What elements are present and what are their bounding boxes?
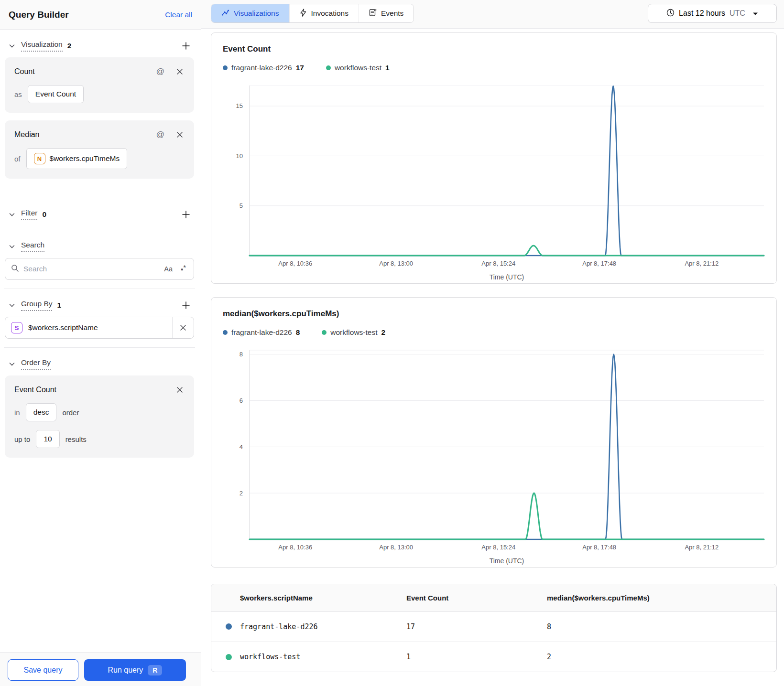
median-cpu-chart-card: median($workers.cpuTimeMs) fragrant-lake… bbox=[211, 297, 777, 568]
column-header: $workers.scriptName bbox=[240, 594, 406, 602]
chevron-down-icon[interactable] bbox=[8, 360, 16, 368]
close-icon[interactable] bbox=[175, 385, 185, 395]
tab-visualizations[interactable]: Visualizations bbox=[211, 4, 289, 22]
lightning-icon bbox=[300, 9, 307, 19]
chevron-down-icon[interactable] bbox=[8, 210, 16, 219]
page-title: Query Builder bbox=[9, 10, 69, 20]
add-group-by-button[interactable] bbox=[181, 300, 191, 311]
table-row: workflows-test 1 2 bbox=[211, 642, 776, 672]
chart-title: Event Count bbox=[223, 44, 765, 54]
filter-count: 0 bbox=[42, 210, 46, 219]
of-label: of bbox=[14, 155, 21, 163]
sidebar-header: Query Builder Clear all bbox=[0, 0, 201, 30]
svg-text:8: 8 bbox=[240, 351, 243, 358]
group-by-section-label: Group By bbox=[21, 300, 52, 311]
add-filter-button[interactable] bbox=[181, 209, 191, 220]
svg-text:Apr 8, 13:00: Apr 8, 13:00 bbox=[379, 260, 413, 267]
tab-invocations[interactable]: Invocations bbox=[289, 4, 359, 22]
order-by-field-label: Event Count bbox=[14, 386, 56, 394]
group-by-count: 1 bbox=[57, 301, 61, 310]
case-sensitive-toggle[interactable]: Aa bbox=[162, 265, 174, 273]
main-body: Event Count fragrant-lake-d226 17 workfl… bbox=[201, 29, 784, 672]
tab-events[interactable]: Events bbox=[359, 4, 414, 22]
event-count-cell: 17 bbox=[406, 622, 547, 631]
search-input[interactable] bbox=[23, 265, 158, 273]
svg-text:Apr 8, 15:24: Apr 8, 15:24 bbox=[481, 544, 515, 551]
svg-text:Apr 8, 15:24: Apr 8, 15:24 bbox=[481, 260, 515, 267]
group-by-section: Group By 1 S $workers.scriptName bbox=[4, 289, 195, 348]
as-label: as bbox=[14, 90, 22, 98]
line-chart: 2468Apr 8, 10:36Apr 8, 13:00Apr 8, 15:24… bbox=[223, 343, 765, 567]
visualization-card-median: Median @ of N $workers.cpuTimeMs bbox=[5, 120, 194, 179]
save-query-button[interactable]: Save query bbox=[8, 659, 78, 681]
search-section: Search Aa ▪* bbox=[4, 230, 195, 289]
remove-group-by-icon[interactable] bbox=[178, 323, 188, 332]
main-toolbar: Visualizations Invocations Events Last 1… bbox=[201, 0, 784, 29]
visualization-card-count: Count @ as Event Count bbox=[5, 57, 194, 113]
visualization-fn-label: Count bbox=[14, 67, 35, 76]
query-builder-sidebar: Query Builder Clear all Visualization 2 … bbox=[0, 0, 201, 686]
svg-text:2: 2 bbox=[240, 490, 243, 497]
svg-text:Apr 8, 13:00: Apr 8, 13:00 bbox=[379, 544, 413, 551]
script-name-cell: workflows-test bbox=[240, 653, 406, 661]
at-mention-button[interactable]: @ bbox=[156, 67, 164, 76]
view-tabbar: Visualizations Invocations Events bbox=[211, 4, 414, 23]
column-header: Event Count bbox=[406, 594, 547, 602]
median-field-name: $workers.cpuTimeMs bbox=[50, 154, 120, 163]
svg-text:10: 10 bbox=[236, 152, 243, 160]
series-dot bbox=[322, 330, 327, 335]
table-header-row: $workers.scriptName Event Count median($… bbox=[211, 584, 776, 611]
alias-field[interactable]: Event Count bbox=[28, 85, 84, 103]
in-label: in bbox=[14, 408, 20, 417]
main-area: Visualizations Invocations Events Last 1… bbox=[201, 0, 784, 686]
filter-section-label: Filter bbox=[21, 209, 37, 220]
close-icon[interactable] bbox=[175, 67, 185, 76]
legend-item[interactable]: fragrant-lake-d226 17 bbox=[223, 64, 304, 72]
direction-select[interactable]: desc bbox=[26, 403, 57, 421]
order-label: order bbox=[62, 408, 79, 417]
median-field[interactable]: N $workers.cpuTimeMs bbox=[26, 148, 128, 169]
table-row: fragrant-lake-d226 17 8 bbox=[211, 611, 776, 642]
run-query-button[interactable]: Run query R bbox=[84, 659, 186, 681]
legend-item[interactable]: workflows-test 1 bbox=[326, 64, 390, 72]
clear-all-button[interactable]: Clear all bbox=[165, 11, 192, 19]
order-by-card: Event Count in desc order up to 10 resul… bbox=[5, 375, 194, 458]
legend-item[interactable]: workflows-test 2 bbox=[322, 328, 385, 337]
visualization-section: Visualization 2 Count @ as Event Coun bbox=[4, 30, 195, 198]
series-dot bbox=[226, 654, 232, 660]
limit-input[interactable]: 10 bbox=[36, 430, 59, 448]
svg-text:15: 15 bbox=[236, 102, 243, 109]
visualization-section-label: Visualization bbox=[21, 40, 63, 52]
legend-item[interactable]: fragrant-lake-d226 8 bbox=[223, 328, 300, 337]
svg-text:Apr 8, 10:36: Apr 8, 10:36 bbox=[278, 544, 312, 551]
results-table: $workers.scriptName Event Count median($… bbox=[211, 584, 777, 672]
results-label: results bbox=[65, 435, 87, 443]
chevron-down-icon[interactable] bbox=[8, 242, 16, 251]
group-by-field[interactable]: S $workers.scriptName bbox=[5, 317, 194, 339]
add-visualization-button[interactable] bbox=[181, 41, 191, 51]
chevron-down-icon[interactable] bbox=[8, 301, 16, 310]
series-dot bbox=[223, 330, 228, 335]
time-range-dropdown[interactable]: Last 12 hours UTC bbox=[648, 4, 777, 23]
median-cell: 2 bbox=[547, 653, 776, 661]
run-shortcut-badge: R bbox=[148, 665, 162, 675]
visualization-fn-label: Median bbox=[14, 130, 39, 139]
chart-legend: fragrant-lake-d226 8 workflows-test 2 bbox=[223, 328, 765, 337]
chevron-down-icon[interactable] bbox=[8, 42, 16, 50]
close-icon[interactable] bbox=[175, 130, 185, 139]
regex-toggle[interactable]: ▪* bbox=[179, 265, 188, 273]
chart-legend: fragrant-lake-d226 17 workflows-test 1 bbox=[223, 64, 765, 72]
at-mention-button[interactable]: @ bbox=[156, 130, 164, 139]
series-dot bbox=[326, 65, 331, 70]
search-icon bbox=[11, 264, 19, 274]
svg-text:Apr 8, 17:48: Apr 8, 17:48 bbox=[582, 260, 616, 267]
clock-icon bbox=[666, 9, 675, 19]
event-count-chart-card: Event Count fragrant-lake-d226 17 workfl… bbox=[211, 32, 777, 284]
visualization-count: 2 bbox=[67, 42, 72, 50]
svg-text:Apr 8, 21:12: Apr 8, 21:12 bbox=[685, 544, 719, 551]
svg-text:Apr 8, 17:48: Apr 8, 17:48 bbox=[582, 544, 616, 551]
chart-title: median($workers.cpuTimeMs) bbox=[223, 309, 765, 319]
svg-text:6: 6 bbox=[240, 397, 243, 404]
sidebar-footer: Save query Run query R bbox=[0, 652, 201, 686]
svg-text:4: 4 bbox=[240, 443, 243, 450]
